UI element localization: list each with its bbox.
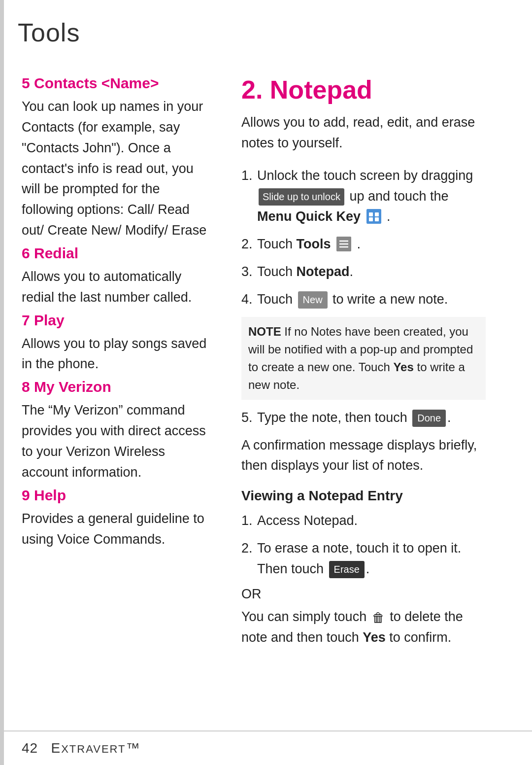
svg-rect-3 <box>369 217 373 221</box>
note-body: If no Notes have been created, you will … <box>248 325 473 391</box>
note-label: NOTE <box>248 325 281 338</box>
step-2-period: . <box>357 237 361 251</box>
final-text: You can simply touch 🗑 to delete the not… <box>241 607 486 648</box>
or-divider: OR <box>241 587 486 602</box>
step-1-text-before: Unlock the touch screen by dragging <box>257 168 473 183</box>
step-1: 1. Unlock the touch screen by dragging S… <box>241 166 486 228</box>
svg-rect-4 <box>375 217 379 221</box>
footer-brand: EXTRAVERT™ <box>51 740 141 756</box>
erase-badge: Erase <box>329 561 365 578</box>
left-column: 5 Contacts <Name> You can look up names … <box>0 57 232 691</box>
step-3-content: Touch Notepad. <box>257 262 486 282</box>
step-2-text-before: Touch Tools <box>257 237 334 251</box>
step-5: 5. Type the note, then touch Done. <box>241 408 486 428</box>
viewing-step-1-num: 1. <box>241 511 257 531</box>
viewing-step-2: 2. To erase a note, touch it to open it.… <box>241 538 486 580</box>
section-contacts: 5 Contacts <Name> You can look up names … <box>22 75 214 241</box>
step-2-tools-label: Tools <box>297 237 331 251</box>
notepad-heading: 2. Notepad <box>241 75 486 104</box>
section-heading-help: 9 Help <box>22 487 214 504</box>
right-column: 2. Notepad Allows you to add, read, edit… <box>232 57 507 691</box>
note-box: NOTE If no Notes have been created, you … <box>241 317 486 400</box>
step-2-content: Touch Tools . <box>257 234 486 255</box>
step-2: 2. Touch Tools . <box>241 234 486 255</box>
done-badge: Done <box>412 410 446 427</box>
new-badge: New <box>298 291 328 309</box>
section-body-redial: Allows you to automatically redial the l… <box>22 267 214 308</box>
step-1-num: 1. <box>241 166 257 186</box>
svg-rect-1 <box>369 212 373 216</box>
step-5-content: Type the note, then touch Done. <box>257 408 486 428</box>
section-heading-redial: 6 Redial <box>22 245 214 262</box>
step-4-num: 4. <box>241 289 257 310</box>
tools-icon <box>336 237 351 251</box>
step-4: 4. Touch New to write a new note. <box>241 289 486 310</box>
step-4-content: Touch New to write a new note. <box>257 289 486 310</box>
final-yes-label: Yes <box>363 630 386 645</box>
step-1-period: . <box>387 209 391 224</box>
trash-icon: 🗑 <box>372 608 385 627</box>
menu-quick-key-icon <box>366 209 381 224</box>
section-body-my-verizon: The “My Verizon” command provides you wi… <box>22 400 214 483</box>
note-yes-label: Yes <box>393 360 413 374</box>
step-3: 3. Touch Notepad. <box>241 262 486 282</box>
step-3-notepad-label: Notepad <box>297 264 350 279</box>
step-5-num: 5. <box>241 408 257 428</box>
viewing-notepad-heading: Viewing a Notepad Entry <box>241 488 486 504</box>
section-heading-play: 7 Play <box>22 312 214 329</box>
step-5-followup: A confirmation message displays briefly,… <box>241 435 486 477</box>
section-heading-contacts: 5 Contacts <Name> <box>22 75 214 92</box>
notepad-intro: Allows you to add, read, edit, and erase… <box>241 112 486 154</box>
section-heading-my-verizon: 8 My Verizon <box>22 379 214 395</box>
section-body-play: Allows you to play songs saved in the ph… <box>22 334 214 375</box>
svg-rect-2 <box>375 212 379 216</box>
footer-text: 42 EXTRAVERT™ <box>22 740 141 756</box>
page-title: Tools <box>0 0 532 57</box>
slide-up-badge: Slide up to unlock <box>259 188 344 206</box>
section-body-contacts: You can look up names in your Contacts (… <box>22 97 214 241</box>
section-my-verizon: 8 My Verizon The “My Verizon” command pr… <box>22 379 214 483</box>
section-body-help: Provides a general guideline to using Vo… <box>22 509 214 550</box>
viewing-step-2-content: To erase a note, touch it to open it. Th… <box>257 538 486 580</box>
section-redial: 6 Redial Allows you to automatically red… <box>22 245 214 308</box>
svg-rect-0 <box>366 209 381 224</box>
page-accent-bar <box>0 0 4 765</box>
footer-page-number: 42 <box>22 740 38 756</box>
viewing-step-1-content: Access Notepad. <box>257 511 486 531</box>
page-footer: 42 EXTRAVERT™ <box>0 730 532 765</box>
section-help: 9 Help Provides a general guideline to u… <box>22 487 214 550</box>
step-1-content: Unlock the touch screen by dragging Slid… <box>257 166 486 228</box>
content-area: 5 Contacts <Name> You can look up names … <box>0 57 532 730</box>
viewing-step-1: 1. Access Notepad. <box>241 511 486 531</box>
menu-quick-key-label: Menu Quick Key <box>257 209 361 224</box>
step-2-num: 2. <box>241 234 257 255</box>
viewing-step-2-num: 2. <box>241 538 257 559</box>
step-3-num: 3. <box>241 262 257 282</box>
section-play: 7 Play Allows you to play songs saved in… <box>22 312 214 375</box>
